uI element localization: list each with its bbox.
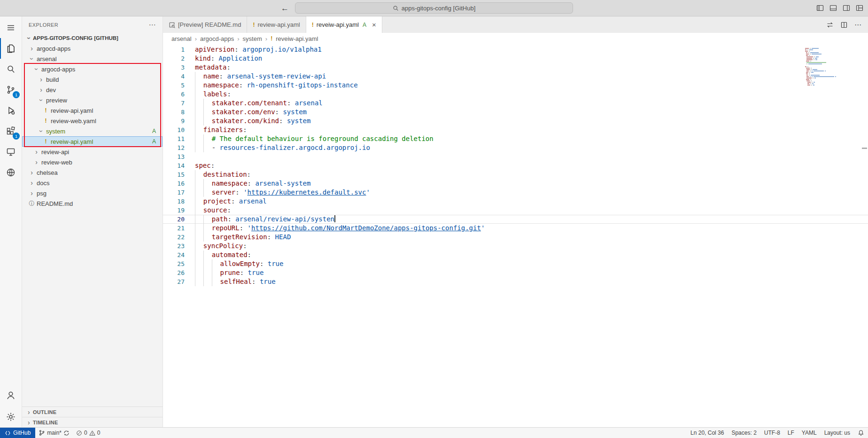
code-line-12[interactable]: 12 - resources-finalizer.argocd.argoproj… [163, 143, 868, 152]
account-icon[interactable] [0, 386, 22, 407]
breadcrumb-item[interactable]: reveiw-api.yaml [276, 35, 318, 42]
code-line-1[interactable]: 1apiVersion: argoproj.io/v1alpha1 [163, 45, 868, 54]
line-number[interactable]: 1 [163, 45, 185, 54]
menu-icon[interactable] [0, 17, 22, 38]
line-number[interactable]: 6 [163, 90, 185, 99]
breadcrumb-item[interactable]: argocd-apps [200, 35, 234, 42]
line-number[interactable]: 3 [163, 63, 185, 72]
code-line-2[interactable]: 2kind: Application [163, 54, 868, 63]
editor[interactable]: 1apiVersion: argoproj.io/v1alpha12kind: … [163, 44, 868, 427]
line-number[interactable]: 26 [163, 268, 185, 277]
outline-section[interactable]: › OUTLINE [22, 407, 163, 417]
line-number[interactable]: 22 [163, 233, 185, 242]
timeline-section[interactable]: › TIMELINE [22, 417, 163, 427]
line-number[interactable]: 15 [163, 170, 185, 179]
tree-folder-arsenal[interactable]: ›arsenal [22, 54, 163, 64]
line-number[interactable]: 12 [163, 143, 185, 152]
code-line-11[interactable]: 11 # The default behaviour is foreground… [163, 134, 868, 143]
line-number[interactable]: 23 [163, 242, 185, 250]
status-cursor-position[interactable]: Ln 20, Col 36 [687, 428, 728, 438]
code-line-20[interactable]: 20 path: arsenal/review-api/systen [163, 215, 868, 224]
remote-indicator[interactable]: GitHub [0, 428, 35, 438]
status-keyboard-layout[interactable]: Layout: us [821, 428, 854, 438]
tree-folder-argocd-apps[interactable]: ›argocd-apps [22, 64, 163, 74]
code-line-22[interactable]: 22 targetRevision: HEAD [163, 233, 868, 242]
remote-explorer-icon[interactable] [0, 141, 22, 162]
tab-1[interactable]: [Preview] README.md [163, 16, 247, 33]
toggle-sidebar-icon[interactable] [816, 4, 824, 12]
tree-file-README.md[interactable]: ⓘREADME.md [22, 198, 163, 209]
line-number[interactable]: 18 [163, 197, 185, 206]
line-number[interactable]: 10 [163, 125, 185, 134]
line-number[interactable]: 27 [163, 277, 185, 286]
breadcrumb-item[interactable]: arsenal [171, 35, 192, 42]
tab-3[interactable]: !reveiw-api.yamlA× [306, 16, 382, 33]
code-line-25[interactable]: 25 allowEmpty: true [163, 259, 868, 268]
notifications-bell-icon[interactable] [854, 428, 868, 438]
status-indentation[interactable]: Spaces: 2 [728, 428, 760, 438]
code-line-6[interactable]: 6 labels: [163, 90, 868, 99]
code-line-5[interactable]: 5 namespace: rh-openshift-gitops-instanc… [163, 81, 868, 90]
split-editor-icon[interactable] [840, 21, 848, 29]
extensions-icon[interactable]: 1 [0, 121, 22, 141]
code-line-15[interactable]: 15 destination: [163, 170, 868, 179]
customize-layout-icon[interactable] [856, 4, 863, 12]
code-line-8[interactable]: 8 stakater.com/env: system [163, 108, 868, 117]
line-number[interactable]: 24 [163, 250, 185, 259]
status-language-mode[interactable]: YAML [798, 428, 821, 438]
code-line-23[interactable]: 23 syncPolicy: [163, 242, 868, 250]
code-line-18[interactable]: 18 project: arsenal [163, 197, 868, 206]
code-line-27[interactable]: 27 selfHeal: true [163, 277, 868, 286]
minimap[interactable] [805, 48, 842, 86]
code-line-10[interactable]: 10 finalizers: [163, 125, 868, 134]
line-number[interactable]: 4 [163, 72, 185, 81]
problems-indicator[interactable]: 0 0 [73, 428, 103, 438]
line-number[interactable]: 2 [163, 54, 185, 63]
code-line-3[interactable]: 3metadata: [163, 63, 868, 72]
tree-folder-psg[interactable]: ›psg [22, 188, 163, 198]
more-actions-icon[interactable]: ⋯ [149, 21, 156, 29]
close-icon[interactable]: × [372, 21, 376, 28]
line-number[interactable]: 13 [163, 152, 185, 161]
gear-icon[interactable] [0, 407, 22, 427]
tree-folder-argocd-apps[interactable]: ›argocd-apps [22, 43, 163, 54]
code-line-21[interactable]: 21 repoURL: 'https://github.com/NordMart… [163, 224, 868, 233]
line-number[interactable]: 16 [163, 179, 185, 188]
line-number[interactable]: 17 [163, 188, 185, 197]
explorer-files-icon[interactable] [0, 38, 22, 59]
toggle-panel-icon[interactable] [829, 4, 837, 12]
line-number[interactable]: 19 [163, 206, 185, 215]
line-number[interactable]: 21 [163, 224, 185, 233]
line-number[interactable]: 25 [163, 259, 185, 268]
command-center-search[interactable]: apps-gitops-config [GitHub] [295, 2, 573, 14]
tree-folder-chelsea[interactable]: ›chelsea [22, 167, 163, 178]
line-number[interactable]: 7 [163, 99, 185, 108]
toggle-secondary-sidebar-icon[interactable] [843, 4, 850, 12]
code-line-14[interactable]: 14spec: [163, 161, 868, 170]
code-line-19[interactable]: 19 source: [163, 206, 868, 215]
code-line-4[interactable]: 4 name: arsenal-system-review-api [163, 72, 868, 81]
open-changes-icon[interactable] [826, 21, 834, 29]
tree-root-folder[interactable]: › APPS-GITOPS-CONFIG [GITHUB] [22, 33, 163, 43]
tree-file-reveiw-api.yaml[interactable]: !reveiw-api.yamlA [22, 136, 163, 147]
tree-folder-dev[interactable]: ›dev [22, 85, 163, 95]
tree-folder-review-api[interactable]: ›review-api [22, 147, 163, 157]
line-number[interactable]: 8 [163, 108, 185, 117]
back-arrow-icon[interactable]: ← [281, 4, 289, 12]
code-line-26[interactable]: 26 prune: true [163, 268, 868, 277]
search-icon[interactable] [0, 59, 22, 79]
code-line-17[interactable]: 17 server: 'https://kubernetes.default.s… [163, 188, 868, 197]
tree-folder-system[interactable]: ›systemA [22, 126, 163, 136]
line-number[interactable]: 14 [163, 161, 185, 170]
tree-folder-review-web[interactable]: ›review-web [22, 157, 163, 167]
breadcrumb-item[interactable]: system [243, 35, 262, 42]
tree-folder-build[interactable]: ›build [22, 74, 163, 85]
line-number[interactable]: 5 [163, 81, 185, 90]
code-line-13[interactable]: 13 [163, 152, 868, 161]
status-encoding[interactable]: UTF-8 [760, 428, 784, 438]
tree-file-review-api.yaml[interactable]: !review-api.yaml [22, 105, 163, 116]
tab-2[interactable]: !review-api.yaml [247, 16, 306, 33]
status-eol[interactable]: LF [784, 428, 798, 438]
code-line-7[interactable]: 7 stakater.com/tenant: arsenal [163, 99, 868, 108]
code-line-9[interactable]: 9 stakater.com/kind: system [163, 117, 868, 125]
